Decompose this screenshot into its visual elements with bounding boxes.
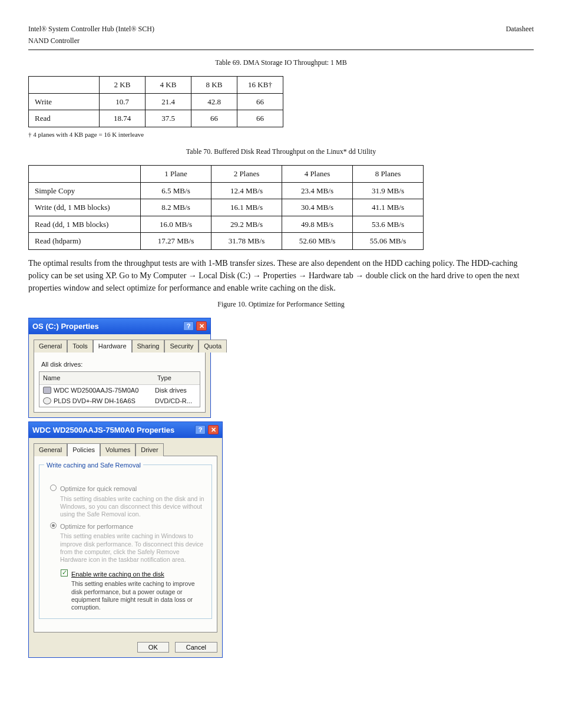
hdd-icon bbox=[43, 387, 51, 394]
header-rule bbox=[28, 50, 534, 50]
group-legend: Write caching and Safe Removal bbox=[44, 460, 143, 470]
os-properties-window: OS (C:) Properties ? ✕ General Tools Har… bbox=[28, 318, 211, 418]
opt-performance[interactable]: Optimize for performance This setting en… bbox=[50, 522, 206, 564]
table1-note: † 4 planes with 4 KB page = 16 K interle… bbox=[28, 130, 534, 140]
help-icon[interactable]: ? bbox=[183, 321, 194, 331]
cancel-button[interactable]: Cancel bbox=[175, 642, 217, 653]
tab-general[interactable]: General bbox=[34, 340, 67, 353]
tab-tools[interactable]: Tools bbox=[67, 340, 93, 353]
body-paragraph: The optimal results from the throughput … bbox=[28, 257, 534, 294]
header-left: Intel® System Controller Hub (Intel® SCH… bbox=[28, 24, 154, 34]
opt-desc: This setting enables write caching in Wi… bbox=[60, 532, 206, 564]
window-title: OS (C:) Properties bbox=[32, 321, 99, 332]
tab-quota[interactable]: Quota bbox=[199, 340, 227, 353]
device-properties-window: WDC WD2500AAJS-75M0A0 Properties ? ✕ Gen… bbox=[28, 421, 223, 658]
table1: 2 KB4 KB8 KB16 KB† Write10.721.442.866 R… bbox=[28, 76, 283, 127]
caching-group: Write caching and Safe Removal Optimize … bbox=[39, 465, 212, 619]
ok-button[interactable]: OK bbox=[137, 642, 169, 653]
tab-volumes[interactable]: Volumes bbox=[100, 443, 135, 456]
chk-desc: This setting enables write caching to im… bbox=[71, 580, 206, 611]
tab-strip: General Tools Hardware Sharing Security … bbox=[34, 339, 206, 352]
tab-driver[interactable]: Driver bbox=[135, 443, 163, 456]
close-icon[interactable]: ✕ bbox=[196, 321, 207, 331]
tab-sharing[interactable]: Sharing bbox=[132, 340, 165, 353]
tab-policies[interactable]: Policies bbox=[67, 443, 100, 456]
table1-caption: Table 69. DMA Storage IO Throughput: 1 M… bbox=[28, 57, 534, 68]
tab-security[interactable]: Security bbox=[164, 340, 199, 353]
drive-row[interactable]: PLDS DVD+-RW DH-16A6S DVD/CD-R... bbox=[39, 396, 200, 407]
radio-icon[interactable] bbox=[50, 522, 57, 529]
table2: 1 Plane2 Planes4 Planes8 Planes Simple C… bbox=[28, 165, 424, 250]
col-name[interactable]: Name bbox=[39, 372, 154, 384]
radio-icon[interactable] bbox=[50, 485, 57, 491]
col-type[interactable]: Type bbox=[154, 372, 200, 384]
close-icon[interactable]: ✕ bbox=[208, 425, 219, 434]
drives-label: All disk drives: bbox=[41, 360, 200, 370]
dvd-icon bbox=[43, 397, 51, 404]
header-section: NAND Controller bbox=[28, 35, 80, 46]
chk-write-caching[interactable]: Enable write caching on the disk This se… bbox=[61, 569, 206, 611]
tab-strip: General Policies Volumes Driver bbox=[34, 443, 217, 456]
window-title: WDC WD2500AAJS-75M0A0 Properties bbox=[32, 424, 174, 436]
drives-list[interactable]: Name Type WDC WD2500AAJS-75M0A0 Disk dri… bbox=[39, 371, 200, 407]
opt-desc: This setting disables write caching on t… bbox=[60, 495, 206, 518]
table2-caption: Table 70. Buffered Disk Read Throughput … bbox=[28, 146, 534, 157]
tab-general[interactable]: General bbox=[34, 443, 67, 456]
help-icon[interactable]: ? bbox=[195, 425, 206, 434]
opt-quick-removal[interactable]: Optimize for quick removal This setting … bbox=[50, 484, 206, 518]
tab-hardware[interactable]: Hardware bbox=[93, 340, 132, 353]
checkbox-icon[interactable] bbox=[61, 569, 68, 577]
header-right: Datasheet bbox=[506, 24, 534, 34]
drive-row[interactable]: WDC WD2500AAJS-75M0A0 Disk drives bbox=[39, 385, 200, 396]
figure-caption: Figure 10. Optimize for Performance Sett… bbox=[28, 299, 534, 309]
